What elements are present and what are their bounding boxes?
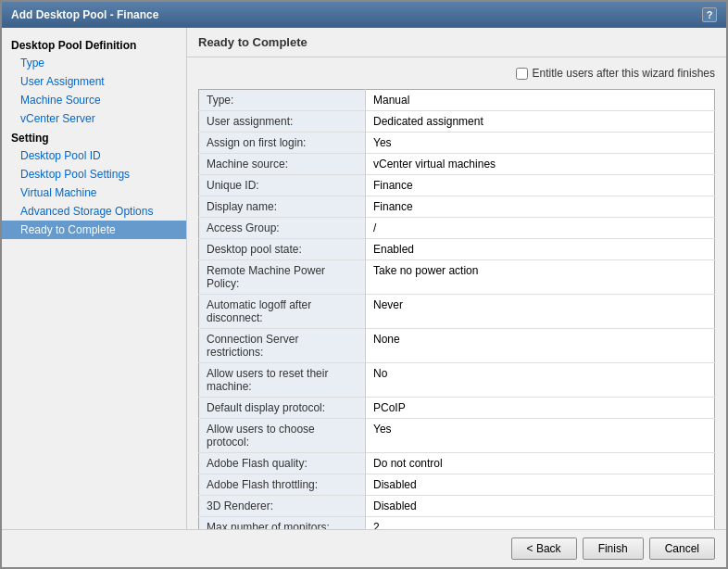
- row-value: Disabled: [366, 496, 715, 517]
- sidebar-item-ready-to-complete[interactable]: Ready to Complete: [2, 221, 186, 239]
- row-label: 3D Renderer:: [199, 496, 366, 517]
- entitle-row: Entitle users after this wizard finishes: [198, 67, 715, 80]
- row-label: Automatic logoff after disconnect:: [199, 295, 366, 329]
- row-label: Machine source:: [199, 154, 366, 175]
- row-value: Yes: [366, 419, 715, 453]
- info-table: Type:ManualUser assignment:Dedicated ass…: [198, 89, 715, 529]
- row-label: Default display protocol:: [199, 398, 366, 419]
- sidebar-item-desktop-pool-id[interactable]: Desktop Pool ID: [2, 146, 186, 165]
- sidebar-section-label: Setting: [2, 128, 186, 146]
- row-value: None: [366, 329, 715, 363]
- row-label: Allow users to choose protocol:: [199, 419, 366, 453]
- table-row: Assign on first login:Yes: [199, 133, 715, 154]
- row-label: Connection Server restrictions:: [199, 329, 366, 363]
- row-value: PCoIP: [366, 398, 715, 419]
- sidebar-item-virtual-machine[interactable]: Virtual Machine: [2, 183, 186, 202]
- row-label: Remote Machine Power Policy:: [199, 260, 366, 295]
- table-row: Type:Manual: [199, 90, 715, 111]
- row-value: Take no power action: [366, 260, 715, 295]
- sidebar-item-advanced-storage-options[interactable]: Advanced Storage Options: [2, 202, 186, 221]
- main-area: Ready to Complete Entitle users after th…: [187, 28, 726, 529]
- row-label: User assignment:: [199, 111, 366, 133]
- row-value: vCenter virtual machines: [366, 154, 715, 175]
- help-icon[interactable]: ?: [702, 7, 717, 22]
- table-row: Machine source:vCenter virtual machines: [199, 154, 715, 175]
- table-row: Desktop pool state:Enabled: [199, 239, 715, 260]
- row-value: Never: [366, 295, 715, 329]
- table-row: Display name:Finance: [199, 196, 715, 218]
- row-value: Manual: [366, 90, 715, 111]
- sidebar: Desktop Pool DefinitionTypeUser Assignme…: [2, 28, 187, 529]
- footer: < Back Finish Cancel: [2, 529, 726, 567]
- row-value: Finance: [366, 196, 715, 218]
- entitle-checkbox[interactable]: [516, 68, 528, 80]
- table-row: Automatic logoff after disconnect:Never: [199, 295, 715, 329]
- back-button[interactable]: < Back: [511, 537, 577, 560]
- table-row: Allow users to choose protocol:Yes: [199, 419, 715, 453]
- table-row: Access Group:/: [199, 218, 715, 239]
- main-content: Entitle users after this wizard finishes…: [187, 57, 726, 529]
- row-label: Unique ID:: [199, 175, 366, 196]
- row-label: Assign on first login:: [199, 133, 366, 154]
- row-value: Finance: [366, 175, 715, 196]
- section-header: Ready to Complete: [187, 28, 726, 57]
- row-value: Dedicated assignment: [366, 111, 715, 133]
- sidebar-item-user-assignment[interactable]: User Assignment: [2, 72, 186, 91]
- sidebar-item-type[interactable]: Type: [2, 54, 186, 72]
- table-row: Unique ID:Finance: [199, 175, 715, 196]
- table-row: Default display protocol:PCoIP: [199, 398, 715, 419]
- title-bar: Add Desktop Pool - Finance ?: [2, 2, 726, 28]
- row-label: Type:: [199, 90, 366, 111]
- table-row: Allow users to reset their machine:No: [199, 363, 715, 398]
- entitle-label: Entitle users after this wizard finishes: [533, 67, 715, 80]
- sidebar-item-vcenter-server[interactable]: vCenter Server: [2, 109, 186, 128]
- sidebar-section-label: Desktop Pool Definition: [2, 35, 186, 54]
- row-value: Disabled: [366, 474, 715, 496]
- table-row: User assignment:Dedicated assignment: [199, 111, 715, 133]
- row-value: Yes: [366, 133, 715, 154]
- dialog-title: Add Desktop Pool - Finance: [11, 8, 158, 21]
- row-label: Access Group:: [199, 218, 366, 239]
- table-row: Adobe Flash throttling:Disabled: [199, 474, 715, 496]
- table-row: Remote Machine Power Policy:Take no powe…: [199, 260, 715, 295]
- dialog: Add Desktop Pool - Finance ? Desktop Poo…: [0, 0, 728, 569]
- row-label: Allow users to reset their machine:: [199, 363, 366, 398]
- row-value: Do not control: [366, 453, 715, 474]
- row-label: Adobe Flash throttling:: [199, 474, 366, 496]
- row-value: Enabled: [366, 239, 715, 260]
- sidebar-item-desktop-pool-settings[interactable]: Desktop Pool Settings: [2, 165, 186, 183]
- cancel-button[interactable]: Cancel: [649, 537, 715, 560]
- row-label: Max number of monitors:: [199, 517, 366, 530]
- table-row: Max number of monitors:2: [199, 517, 715, 530]
- row-value: No: [366, 363, 715, 398]
- row-value: /: [366, 218, 715, 239]
- sidebar-item-machine-source[interactable]: Machine Source: [2, 91, 186, 109]
- finish-button[interactable]: Finish: [583, 537, 644, 560]
- row-label: Desktop pool state:: [199, 239, 366, 260]
- table-row: Connection Server restrictions:None: [199, 329, 715, 363]
- content-area: Desktop Pool DefinitionTypeUser Assignme…: [2, 28, 726, 529]
- table-row: 3D Renderer:Disabled: [199, 496, 715, 517]
- table-row: Adobe Flash quality:Do not control: [199, 453, 715, 474]
- row-label: Display name:: [199, 196, 366, 218]
- row-label: Adobe Flash quality:: [199, 453, 366, 474]
- row-value: 2: [366, 517, 715, 530]
